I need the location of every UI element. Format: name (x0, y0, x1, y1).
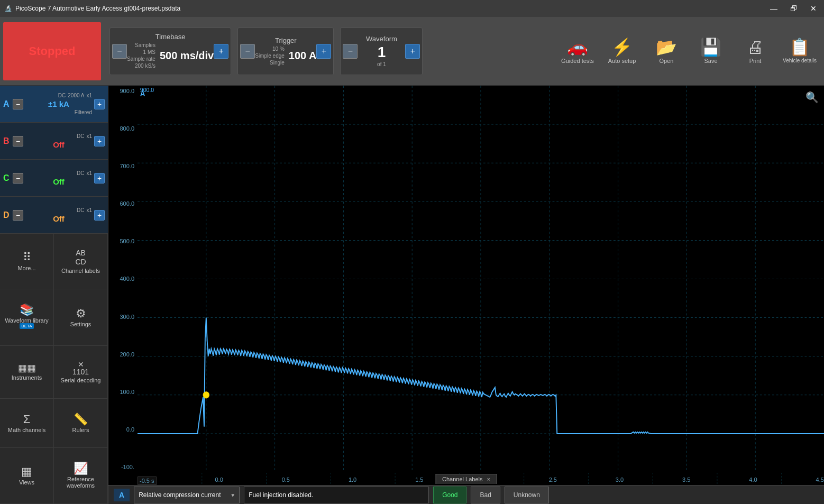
trigger-increase-button[interactable]: + (316, 44, 331, 59)
vehicle-details-icon: 📋 (789, 39, 810, 56)
x-label-25: 2.5 (549, 476, 557, 485)
channel-d-value: Off (53, 214, 65, 223)
waveform-inner: Waveform 1 of 1 (358, 35, 405, 68)
auto-setup-label: Auto setup (608, 58, 636, 64)
channel-c-minus-button[interactable]: − (13, 173, 23, 184)
channel-b-plus-button[interactable]: + (94, 136, 105, 146)
channel-labels-tab-close[interactable]: × (487, 476, 490, 482)
y-max-label: 900.0 (140, 87, 154, 93)
reference-waveforms-button[interactable]: 📈 Reference waveforms (54, 448, 108, 504)
x-label-45: 4.5 (816, 476, 824, 485)
waveform-next-button[interactable]: + (405, 44, 420, 59)
channel-b-letter: B (3, 136, 13, 146)
waveform-prev-button[interactable]: − (343, 44, 358, 59)
channel-a-letter: A (3, 99, 13, 109)
more-label: More... (17, 265, 35, 271)
math-channels-icon: Σ (23, 414, 31, 425)
print-icon: 🖨 (747, 39, 764, 56)
y-label-300: 300.0 (109, 314, 136, 320)
settings-button[interactable]: ⚙ Settings (54, 289, 108, 346)
channel-c-plus-button[interactable]: + (94, 173, 105, 184)
channel-label-input[interactable] (244, 487, 429, 503)
print-label: Print (749, 58, 762, 64)
titlebar: 🔬 PicoScope 7 Automotive Early Access gt… (0, 0, 824, 17)
sidebar-tools-grid: ⠿ More... ABCD Channel labels 📚 Waveform… (0, 234, 108, 504)
trigger-value: 100 A (289, 50, 317, 62)
more-button[interactable]: ⠿ More... (0, 234, 54, 289)
dropdown-wrap: Relative compression current Cranking cu… (134, 487, 240, 503)
close-button[interactable]: ✕ (807, 3, 820, 14)
maximize-button[interactable]: 🗗 (787, 3, 801, 14)
channel-a-minus-button[interactable]: − (13, 99, 23, 109)
timebase-increase-button[interactable]: + (214, 44, 228, 59)
serial-decoding-button[interactable]: ✕1101 Serial decoding (54, 346, 108, 399)
main-content: A − DC 2000 A x1 ±1 kA Filtered + B − (0, 86, 824, 504)
rulers-label: Rulers (72, 427, 89, 433)
channel-labels-tab: Channel Labels × (435, 474, 497, 484)
auto-setup-button[interactable]: ⚡ Auto setup (601, 28, 643, 75)
math-channels-button[interactable]: Σ Math channels (0, 399, 54, 448)
good-button[interactable]: Good (433, 487, 466, 503)
channel-d-minus-button[interactable]: − (13, 210, 23, 221)
channel-labels-label: Channel labels (61, 268, 100, 274)
x-label-0: 0.0 (215, 476, 223, 485)
channel-d-plus-button[interactable]: + (94, 210, 105, 221)
reference-waveforms-icon: 📈 (74, 463, 88, 474)
print-button[interactable]: 🖨 Print (734, 28, 776, 75)
channel-d-row: D − DC x1 Off + (0, 197, 108, 234)
channel-function-select[interactable]: Relative compression current Cranking cu… (134, 487, 240, 503)
waveform-library-icon: 📚 (20, 304, 34, 316)
channel-a-plus-button[interactable]: + (94, 99, 105, 109)
channel-c-row: C − DC x1 Off + (0, 160, 108, 197)
y-label-600: 600.0 (109, 200, 136, 207)
trigger-decrease-button[interactable]: − (240, 44, 255, 59)
waveform-value: 1 (378, 44, 386, 61)
open-button[interactable]: 📂 Open (645, 28, 688, 75)
y-label-400: 400.0 (109, 276, 136, 282)
save-icon: 💾 (700, 39, 721, 56)
timebase-section: − Timebase Samples 1 MS Sample rate 200 … (109, 28, 231, 75)
timebase-label: Timebase (155, 33, 186, 41)
title-left: 🔬 PicoScope 7 Automotive Early Access gt… (4, 5, 180, 12)
y-label-100: 100.0 (109, 389, 136, 395)
x-label-start: -0.5 s (138, 476, 157, 485)
channel-a-info: DC 2000 A x1 ±1 kA Filtered (23, 93, 94, 115)
rulers-button[interactable]: 📏 Rulers (54, 399, 108, 448)
timebase-decrease-button[interactable]: − (112, 44, 127, 59)
vehicle-details-button[interactable]: 📋 Vehicle details (779, 28, 821, 75)
x-label-05: 0.5 (282, 476, 290, 485)
title-controls[interactable]: — 🗗 ✕ (767, 3, 820, 14)
unknown-button[interactable]: Unknown (505, 487, 549, 503)
waveform-library-button[interactable]: 📚 Waveform library BETA (0, 289, 54, 346)
channel-b-minus-button[interactable]: − (13, 136, 23, 146)
guided-tests-button[interactable]: 🚗 Guided tests (556, 28, 599, 75)
y-label-900: 900.0 (109, 88, 136, 94)
open-icon: 📂 (656, 39, 677, 56)
guided-tests-label: Guided tests (561, 58, 594, 64)
bad-button[interactable]: Bad (471, 487, 500, 503)
channel-d-info: DC x1 Off (23, 207, 94, 223)
trigger-section: − Trigger 10 % Simple edge Single 100 A … (237, 28, 334, 75)
rulers-icon: 📏 (74, 414, 88, 425)
sidebar: A − DC 2000 A x1 ±1 kA Filtered + B − (0, 86, 108, 504)
stop-button[interactable]: Stopped (3, 22, 101, 80)
app-title: PicoScope 7 Automotive Early Access gt00… (15, 5, 180, 12)
save-button[interactable]: 💾 Save (690, 28, 732, 75)
guided-tests-icon: 🚗 (567, 39, 588, 56)
zoom-button[interactable]: 🔍 (805, 91, 819, 104)
channel-labels-button[interactable]: ABCD Channel labels (54, 234, 108, 289)
instruments-button[interactable]: ▦▦ Instruments (0, 346, 54, 399)
reference-waveforms-label: Reference waveforms (56, 476, 105, 489)
y-label-200: 200.0 (109, 351, 136, 358)
serial-decoding-icon: ✕1101 (72, 361, 89, 375)
waveform-label: Waveform (366, 35, 397, 43)
channel-b-row: B − DC x1 Off + (0, 123, 108, 160)
minimize-button[interactable]: — (767, 3, 781, 14)
views-button[interactable]: ▦ Views (0, 448, 54, 504)
waveform-library-label: Waveform library BETA (2, 317, 51, 331)
open-label: Open (660, 58, 674, 64)
y-label-700: 700.0 (109, 163, 136, 169)
instruments-label: Instruments (12, 374, 42, 381)
timebase-meta: Samples 1 MS Sample rate 200 kS/s (127, 42, 155, 69)
views-label: Views (19, 479, 34, 485)
